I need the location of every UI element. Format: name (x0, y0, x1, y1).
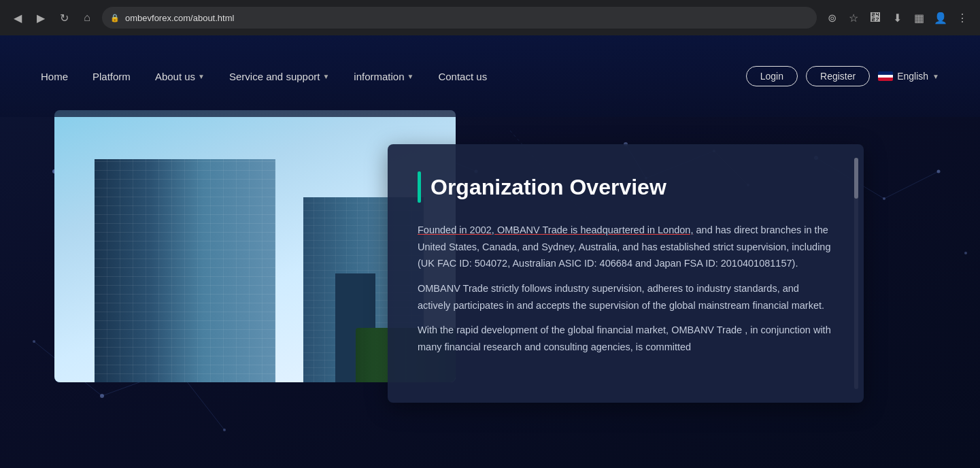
download-button[interactable]: ⬇ (888, 8, 907, 27)
website: Home Platform About us ▼ Service and sup… (0, 35, 980, 468)
about-chevron-icon: ▼ (198, 73, 205, 80)
forward-button[interactable]: ▶ (31, 8, 50, 27)
browser-chrome: ◀ ▶ ↻ ⌂ 🔒 ombevforex.com/about.html ⊚ ☆ … (0, 0, 980, 35)
card-paragraph-2: OMBANV Trade strictly follows industry s… (418, 280, 834, 314)
information-chevron-icon: ▼ (407, 73, 414, 80)
browser-actions: ⊚ ☆ ␧ ⬇ ▦ 👤 ⋮ (822, 8, 972, 27)
info-card: Organization Overview Founded in 2002, O… (388, 144, 864, 403)
sidebar-button[interactable]: ▦ (909, 8, 928, 27)
nav-information-label: information (354, 71, 404, 82)
language-label: English (897, 71, 928, 82)
nav-contact-label: Contact us (438, 71, 487, 82)
nav-right: Login Register English ▼ (746, 66, 939, 86)
nav-about[interactable]: About us ▼ (155, 71, 205, 82)
nav-home[interactable]: Home (41, 71, 68, 82)
login-button[interactable]: Login (746, 66, 798, 86)
title-accent-bar (418, 171, 421, 203)
address-bar[interactable]: 🔒 ombevforex.com/about.html (102, 7, 817, 29)
scrollbar-thumb[interactable] (854, 158, 858, 199)
lock-icon: 🔒 (110, 14, 120, 22)
extension-button[interactable]: ␧ (866, 8, 885, 27)
card-body[interactable]: Founded in 2002, OMBANV Trade is headqua… (418, 222, 834, 363)
home-button[interactable]: ⌂ (78, 8, 97, 27)
main-content: Organization Overview Founded in 2002, O… (0, 110, 980, 403)
language-selector[interactable]: English ▼ (878, 71, 939, 82)
card-paragraph-3: With the rapid development of the global… (418, 322, 834, 355)
nav-about-label: About us (155, 71, 195, 82)
nav-service-label: Service and support (229, 71, 320, 82)
register-button[interactable]: Register (806, 66, 870, 86)
nav-service[interactable]: Service and support ▼ (229, 71, 329, 82)
refresh-button[interactable]: ↻ (54, 8, 73, 27)
nav-links: Home Platform About us ▼ Service and sup… (41, 71, 746, 82)
underlined-sentence: Founded in 2002, OMBANV Trade is headqua… (418, 224, 693, 235)
nav-platform-label: Platform (92, 71, 131, 82)
lang-chevron-icon: ▼ (932, 73, 939, 80)
card-title-text: Organization Overview (430, 175, 666, 200)
translate-button[interactable]: ⊚ (822, 8, 841, 27)
account-button[interactable]: 👤 (931, 8, 950, 27)
navbar: Home Platform About us ▼ Service and sup… (0, 35, 980, 117)
nav-home-label: Home (41, 71, 68, 82)
url-text: ombevforex.com/about.html (125, 13, 234, 23)
nav-platform[interactable]: Platform (92, 71, 131, 82)
card-title: Organization Overview (418, 171, 834, 203)
scrollbar-track (854, 158, 858, 389)
card-paragraph-1: Founded in 2002, OMBANV Trade is headqua… (418, 222, 834, 272)
nav-contact[interactable]: Contact us (438, 71, 487, 82)
browser-nav-buttons: ◀ ▶ ↻ ⌂ (8, 8, 97, 27)
nav-information[interactable]: information ▼ (354, 71, 413, 82)
flag-icon (878, 71, 893, 81)
more-button[interactable]: ⋮ (953, 8, 972, 27)
bookmark-button[interactable]: ☆ (844, 8, 863, 27)
building-main (95, 159, 275, 382)
service-chevron-icon: ▼ (322, 73, 329, 80)
back-button[interactable]: ◀ (8, 8, 27, 27)
svg-point-7 (223, 429, 226, 431)
